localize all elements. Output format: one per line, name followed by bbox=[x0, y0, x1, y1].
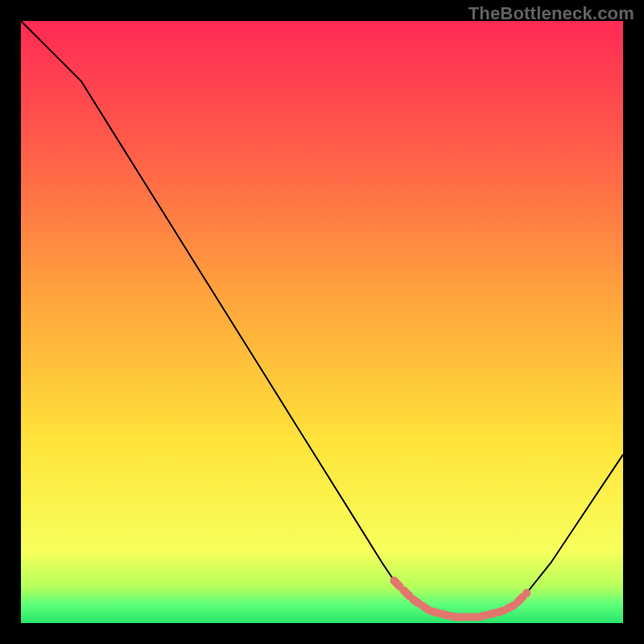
svg-line-1 bbox=[404, 590, 410, 596]
svg-line-2 bbox=[413, 600, 419, 604]
svg-line-9 bbox=[480, 616, 485, 617]
watermark-label: TheBottleneck.com bbox=[469, 3, 634, 24]
svg-line-11 bbox=[498, 610, 504, 612]
svg-line-3 bbox=[423, 606, 428, 610]
svg-line-12 bbox=[508, 605, 514, 609]
svg-line-4 bbox=[432, 612, 438, 613]
svg-point-14 bbox=[390, 577, 398, 585]
svg-point-15 bbox=[522, 589, 530, 597]
chart-frame: TheBottleneck.com bbox=[0, 0, 644, 644]
svg-line-13 bbox=[518, 597, 523, 602]
svg-line-5 bbox=[442, 614, 448, 616]
plot-area bbox=[21, 21, 623, 623]
chart-svg bbox=[21, 21, 623, 623]
gradient-background bbox=[21, 21, 623, 623]
svg-line-6 bbox=[451, 617, 456, 617]
svg-line-10 bbox=[489, 613, 494, 615]
